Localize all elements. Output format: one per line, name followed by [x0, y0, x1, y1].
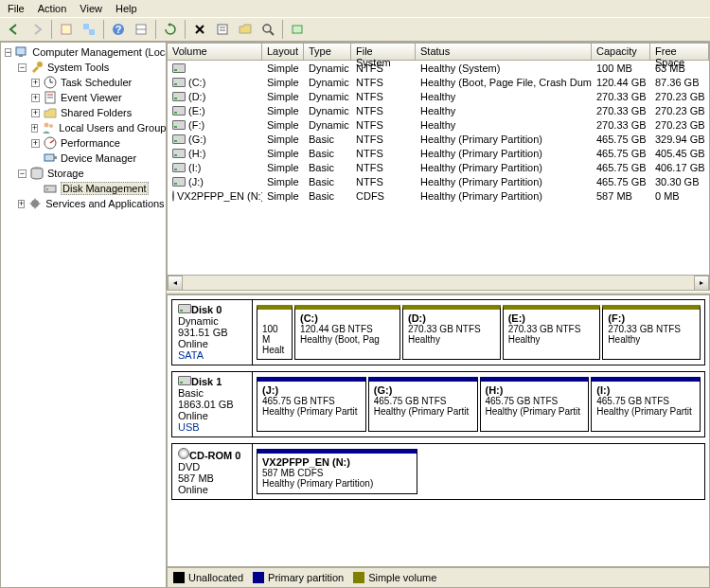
back-button[interactable] [4, 19, 25, 40]
properties-button[interactable] [212, 19, 233, 40]
partition[interactable]: (D:)270.33 GB NTFSHealthy [402, 305, 501, 360]
tree-disk-management[interactable]: Disk Management [1, 181, 166, 196]
refresh-button[interactable] [160, 19, 181, 40]
tree-shared-folders[interactable]: +Shared Folders [1, 105, 166, 120]
tb-btn-3[interactable] [131, 19, 151, 40]
volume-row[interactable]: (C:)SimpleDynamicNTFSHealthy (Boot, Page… [168, 75, 709, 89]
col-layout[interactable]: Layout [262, 44, 304, 60]
volume-row[interactable]: (J:)SimpleBasicNTFSHealthy (Primary Part… [168, 174, 709, 188]
col-fs[interactable]: File System [351, 44, 416, 60]
volume-row[interactable]: (F:)SimpleDynamicNTFSHealthy270.33 GB270… [168, 117, 709, 132]
forward-button[interactable] [27, 19, 47, 40]
volume-list[interactable]: Volume Layout Type File System Status Ca… [167, 43, 710, 291]
expand-icon[interactable]: + [31, 124, 38, 133]
partition[interactable]: (E:)270.33 GB NTFSHealthy [503, 305, 601, 360]
partition[interactable]: 100 MHealt [257, 305, 293, 360]
dev-icon [43, 151, 58, 166]
open-button[interactable] [235, 19, 256, 40]
volume-list-header[interactable]: Volume Layout Type File System Status Ca… [168, 44, 709, 61]
expand-icon[interactable]: − [18, 63, 27, 72]
disk-map[interactable]: Disk 0Dynamic931.51 GBOnlineSATA100 MHea… [167, 294, 710, 567]
expand-icon[interactable]: + [31, 109, 40, 117]
scroll-left-button[interactable]: ◂ [168, 276, 183, 291]
expand-icon[interactable]: + [18, 200, 25, 208]
volume-row[interactable]: (G:)SimpleBasicNTFSHealthy (Primary Part… [168, 132, 709, 146]
legend-unallocated: Unallocated [188, 572, 243, 583]
svg-point-23 [49, 124, 53, 128]
expand-icon[interactable] [31, 154, 40, 163]
tb-btn-2[interactable] [79, 19, 99, 40]
disk-info: CD-ROM 0DVD587 MBOnline [172, 444, 253, 499]
volume-row[interactable]: SimpleDynamicNTFSHealthy (System)100 MB6… [168, 61, 709, 75]
toolbar: ? [0, 17, 710, 42]
svg-point-22 [44, 123, 49, 128]
svg-text:?: ? [115, 24, 122, 35]
expand-icon[interactable]: + [31, 79, 40, 87]
svg-rect-26 [44, 154, 54, 161]
help-button[interactable]: ? [108, 19, 129, 40]
expand-icon[interactable] [31, 185, 40, 193]
volume-row[interactable]: (E:)SimpleDynamicNTFSHealthy270.33 GB270… [168, 103, 709, 117]
event-icon [43, 90, 58, 105]
delete-button[interactable] [189, 19, 210, 40]
tree-services-apps[interactable]: +Services and Applications [1, 196, 166, 211]
volume-row[interactable]: (H:)SimpleBasicNTFSHealthy (Primary Part… [168, 146, 709, 160]
tree-performance[interactable]: +Performance [1, 135, 166, 151]
expand-icon[interactable]: + [31, 94, 40, 102]
col-type[interactable]: Type [304, 44, 351, 60]
col-status[interactable]: Status [416, 44, 592, 60]
volume-row[interactable]: (I:)SimpleBasicNTFSHealthy (Primary Part… [168, 160, 709, 174]
tree-task-scheduler[interactable]: +Task Scheduler [1, 75, 166, 90]
col-capacity[interactable]: Capacity [592, 44, 650, 60]
disk-block[interactable]: CD-ROM 0DVD587 MBOnlineVX2PFPP_EN (N:)58… [171, 443, 705, 500]
expand-icon[interactable]: − [18, 169, 27, 178]
svg-rect-12 [293, 26, 302, 33]
tree-system-tools[interactable]: −System Tools [1, 60, 166, 75]
partition[interactable]: (J:)465.75 GB NTFSHealthy (Primary Parti… [257, 377, 366, 432]
tree-local-users[interactable]: +Local Users and Groups [1, 120, 166, 135]
col-volume[interactable]: Volume [168, 44, 262, 60]
expand-icon[interactable]: − [5, 48, 11, 57]
cd-icon [172, 190, 174, 202]
tree-label: Storage [47, 168, 84, 179]
partition[interactable]: VX2PFPP_EN (N:)587 MB CDFSHealthy (Prima… [257, 449, 417, 494]
sched-icon [43, 75, 58, 90]
drive-icon [172, 149, 186, 158]
svg-rect-27 [54, 156, 57, 159]
partition[interactable]: (C:)120.44 GB NTFSHealthy (Boot, Pag [294, 305, 400, 360]
menu-action[interactable]: Action [38, 3, 67, 14]
menu-help[interactable]: Help [115, 3, 137, 14]
col-free[interactable]: Free Space [650, 44, 709, 60]
navigation-tree[interactable]: −Computer Management (Local)−System Tool… [0, 42, 167, 588]
svg-rect-13 [16, 47, 26, 55]
tree-event-viewer[interactable]: +Event Viewer [1, 90, 166, 105]
find-button[interactable] [257, 19, 278, 40]
svg-rect-0 [62, 25, 71, 34]
tb-btn-last[interactable] [287, 19, 308, 40]
tree-device-manager[interactable]: Device Manager [1, 151, 166, 166]
menu-view[interactable]: View [80, 3, 102, 14]
disk-icon [43, 181, 58, 196]
legend-primary: Primary partition [268, 572, 344, 583]
tree-root[interactable]: −Computer Management (Local) [1, 45, 166, 60]
scroll-right-button[interactable]: ▸ [694, 276, 709, 291]
stor-icon [29, 166, 44, 181]
tb-btn-1[interactable] [56, 19, 77, 40]
partition[interactable]: (G:)465.75 GB NTFSHealthy (Primary Parti… [368, 377, 478, 432]
volume-row[interactable]: VX2PFPP_EN (N:)SimpleBasicCDFSHealthy (P… [168, 188, 709, 203]
disk-block[interactable]: Disk 1Basic1863.01 GBOnlineUSB(J:)465.75… [171, 371, 705, 437]
volume-hscroll[interactable]: ◂ ▸ [168, 275, 709, 290]
partition[interactable]: (F:)270.33 GB NTFSHealthy [602, 305, 701, 360]
svc-icon [27, 196, 43, 211]
svg-rect-2 [89, 29, 95, 35]
partition[interactable]: (I:)465.75 GB NTFSHealthy (Primary Parti… [591, 377, 701, 432]
volume-row[interactable]: (D:)SimpleDynamicNTFSHealthy270.33 GB270… [168, 89, 709, 103]
share-icon [43, 105, 58, 120]
disk-block[interactable]: Disk 0Dynamic931.51 GBOnlineSATA100 MHea… [171, 299, 705, 365]
tree-storage[interactable]: −Storage [1, 166, 166, 181]
legend-simple: Simple volume [368, 572, 436, 583]
tree-label: Event Viewer [61, 92, 122, 103]
expand-icon[interactable]: + [31, 139, 40, 148]
menu-file[interactable]: File [8, 3, 25, 14]
partition[interactable]: (H:)465.75 GB NTFSHealthy (Primary Parti… [480, 377, 590, 432]
